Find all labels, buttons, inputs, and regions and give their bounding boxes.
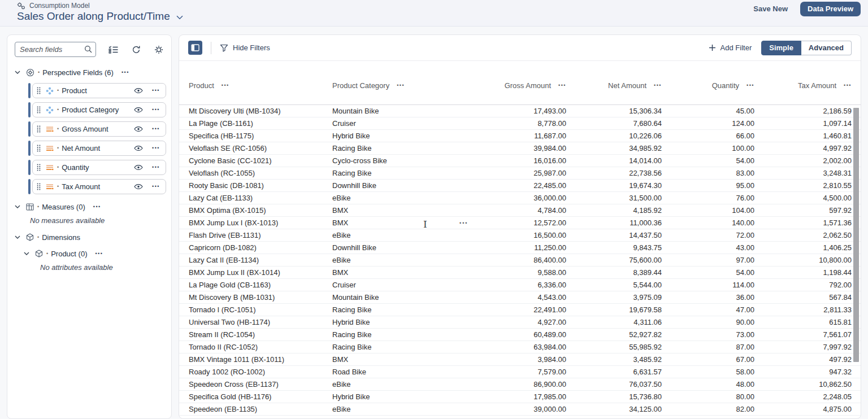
drag-handle-icon[interactable]: [37, 183, 41, 190]
table-row[interactable]: Specifica (HB-1175) Hybrid Bike 11,687.0…: [179, 130, 861, 142]
eye-visibility-icon[interactable]: [133, 106, 144, 114]
column-menu-icon[interactable]: •••: [747, 83, 754, 88]
field-overflow-menu[interactable]: •••: [152, 126, 160, 132]
cell-net-amount: 34,985.92: [566, 144, 662, 152]
column-header-net-amount[interactable]: Net Amount •••: [566, 81, 662, 90]
table-row[interactable]: Mt Discovery B (MB-1031) Mountain Bike 4…: [179, 291, 861, 304]
field-overflow-menu[interactable]: •••: [152, 184, 160, 189]
field-chip[interactable]: • Tax Amount •••: [32, 179, 166, 194]
table-row[interactable]: BMX Jump Lux I (BX-1013) BMX 12,572.00 1…: [179, 217, 861, 229]
drag-handle-icon[interactable]: [37, 125, 41, 133]
column-header-gross-amount[interactable]: Gross Amount •••: [491, 81, 566, 90]
cell-product: Rooty Basic (DB-1081): [189, 181, 332, 190]
field-chip[interactable]: • Product Category •••: [32, 102, 166, 117]
data-preview-button[interactable]: Data Preview: [800, 2, 861, 16]
hide-filters-button[interactable]: Hide Filters: [220, 43, 270, 52]
column-menu-icon[interactable]: •••: [222, 83, 229, 88]
advanced-mode-button[interactable]: Advanced: [801, 41, 852, 55]
drag-handle-icon[interactable]: [37, 87, 41, 94]
section-measures[interactable]: • Measures (0) •••: [7, 201, 171, 212]
eye-visibility-icon[interactable]: [133, 125, 144, 133]
table-row[interactable]: Tornado II (RC-1052) Racing Bike 63,984.…: [179, 341, 861, 353]
column-header-tax-amount[interactable]: Tax Amount •••: [754, 81, 852, 90]
eye-visibility-icon[interactable]: [133, 87, 144, 94]
table-row[interactable]: La Plage (CB-1161) Cruiser 8,778.00 7,68…: [179, 117, 861, 130]
cell-tax-amount: 597.92: [754, 206, 852, 215]
cell-net-amount: 10,226.06: [566, 132, 662, 140]
table-row[interactable]: BMX Vintage 1011 (BX-1011) BMX 3,984.00 …: [179, 353, 861, 366]
field-chip[interactable]: • Quantity •••: [32, 160, 166, 175]
field-chip[interactable]: • Product •••: [32, 83, 166, 98]
drag-handle-icon[interactable]: [37, 164, 41, 171]
overflow-menu-icon[interactable]: •••: [121, 70, 129, 75]
field-overflow-menu[interactable]: •••: [152, 107, 160, 112]
column-menu-icon[interactable]: •••: [397, 83, 405, 88]
checklist-icon[interactable]: [107, 45, 119, 55]
cell-overflow-menu[interactable]: •••: [459, 220, 468, 225]
refresh-icon[interactable]: [131, 44, 142, 55]
column-header-product-category[interactable]: Product Category •••: [332, 81, 491, 90]
drag-handle-icon[interactable]: [37, 145, 41, 152]
overflow-menu-icon[interactable]: •••: [95, 251, 103, 256]
table-row[interactable]: Lazy Cat II (EB-1134) eBike 86,400.00 75…: [179, 254, 861, 267]
overflow-menu-icon[interactable]: •••: [93, 204, 101, 210]
table-row[interactable]: Speedeon (EB-1135) eBike 39,000.00 34,12…: [179, 403, 861, 416]
cell-net-amount: 6,631.57: [566, 368, 662, 376]
cell-tax-amount: 4,875.00: [754, 405, 852, 413]
column-header-product[interactable]: Product •••: [189, 81, 332, 90]
cell-gross-amount: 25,987.00: [491, 169, 566, 177]
product-empty-text: No attributes available: [40, 263, 171, 272]
column-menu-icon[interactable]: •••: [654, 83, 662, 88]
section-product-dimension[interactable]: • Product (0) •••: [7, 248, 171, 259]
field-overflow-menu[interactable]: •••: [152, 88, 160, 93]
table-row[interactable]: Mt Discovery Ulti (MB-1034) Mountain Bik…: [179, 105, 861, 117]
column-menu-icon[interactable]: •••: [844, 83, 852, 88]
table-row[interactable]: Tornado I (RC-1051) Racing Bike 22,491.0…: [179, 304, 861, 316]
add-filter-button[interactable]: Add Filter: [709, 43, 752, 52]
table-row[interactable]: Veloflash (RC-1055) Racing Bike 25,987.0…: [179, 167, 861, 180]
cell-gross-amount: 16,500.00: [491, 231, 566, 239]
cell-tax-amount: 792.00: [754, 281, 852, 289]
field-chip[interactable]: • Gross Amount •••: [32, 121, 166, 137]
table-row[interactable]: BMX Jump Lux II (BX-1014) BMX 9,588.00 8…: [179, 267, 861, 279]
column-header-quantity[interactable]: Quantity •••: [662, 81, 754, 90]
column-menu-icon[interactable]: •••: [558, 83, 566, 88]
table-row[interactable]: Universal Two (HB-1174) Hybrid Bike 4,92…: [179, 316, 861, 329]
table-row[interactable]: Specifica Gold (HB-1176) Hybrid Bike 17,…: [179, 391, 861, 403]
table-row[interactable]: Lazy Cat (EB-1133) eBike 36,000.00 31,50…: [179, 192, 861, 204]
eye-visibility-icon[interactable]: [133, 164, 144, 171]
save-new-button[interactable]: Save New: [753, 5, 788, 13]
table-row[interactable]: Rooty Basic (DB-1081) Downhill Bike 22,4…: [179, 180, 861, 192]
section-dimensions[interactable]: • Dimensions: [7, 232, 171, 243]
table-row[interactable]: Speedeon Cross (EB-1137) eBike 86,900.00…: [179, 378, 861, 391]
table-row[interactable]: Veloflash SE (RC-1056) Racing Bike 39,98…: [179, 142, 861, 155]
field-overflow-menu[interactable]: •••: [152, 165, 160, 170]
table-row[interactable]: La Plage Gold (CB-1163) Cruiser 6,336.00…: [179, 279, 861, 291]
fields-sidebar: • Perspective Fields (6) •••: [7, 34, 172, 419]
eye-visibility-icon[interactable]: [133, 183, 144, 190]
drag-handle-icon[interactable]: [37, 106, 41, 114]
table-row[interactable]: BMX Optima (BX-1015) BMX 4,784.00 4,185.…: [179, 204, 861, 217]
table-row[interactable]: Flash Drive (EB-1131) eBike 16,500.00 14…: [179, 229, 861, 242]
title-dropdown[interactable]: Sales Order along Product/Time: [17, 10, 868, 23]
dimensions-cube-icon: [35, 250, 43, 257]
table-row[interactable]: Cyclone Basic (CC-1021) Cyclo-cross Bike…: [179, 155, 861, 167]
section-perspective-fields[interactable]: • Perspective Fields (6) •••: [7, 67, 171, 78]
panel-toggle-button[interactable]: [188, 41, 202, 55]
gear-icon[interactable]: [153, 44, 164, 55]
simple-mode-button[interactable]: Simple: [761, 41, 801, 55]
cell-product-category: BMX: [332, 268, 491, 277]
table-row[interactable]: Stream II (RC-1054) Racing Bike 60,489.0…: [179, 329, 861, 341]
field-label: Quantity: [62, 163, 89, 172]
cell-product-category: Racing Bike: [332, 343, 491, 351]
cell-gross-amount: 8,778.00: [491, 119, 566, 128]
field-overflow-menu[interactable]: •••: [152, 146, 160, 151]
cell-net-amount: 75,600.00: [566, 256, 662, 264]
vertical-scrollbar-thumb[interactable]: [853, 108, 859, 362]
cell-quantity: 45.00: [662, 107, 754, 115]
table-row[interactable]: Capricorn (DB-1082) Downhill Bike 11,250…: [179, 242, 861, 254]
eye-visibility-icon[interactable]: [133, 145, 144, 152]
data-preview-panel: Hide Filters Add Filter Simple Advanced …: [179, 34, 861, 419]
table-row[interactable]: Roady 1002 (RO-1002) Road Bike 7,579.00 …: [179, 366, 861, 378]
field-chip[interactable]: • Net Amount •••: [32, 141, 166, 156]
